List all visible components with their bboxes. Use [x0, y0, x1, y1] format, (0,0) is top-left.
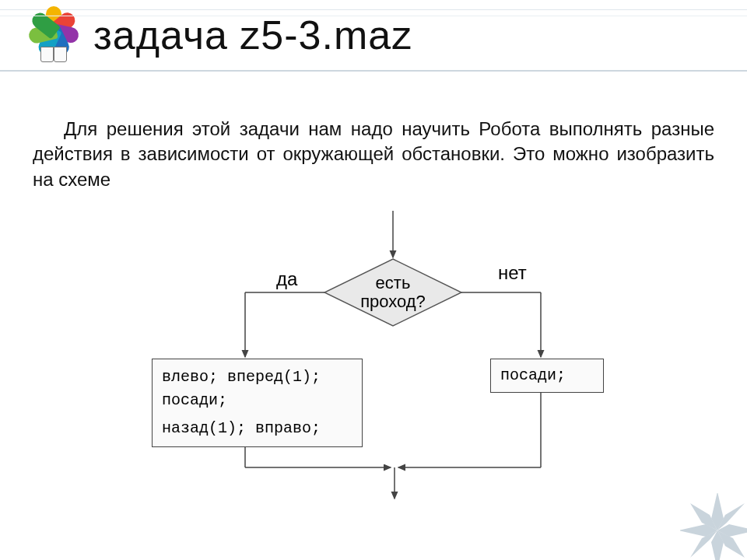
corner-ornament-icon	[680, 493, 747, 560]
intro-text: Для решения этой задачи нам надо научить…	[33, 117, 714, 192]
header: задача z5-3.maz	[0, 0, 747, 72]
action-box-left: влево; вперед(1); посади; назад(1); впра…	[152, 359, 363, 447]
edge-label-no: нет	[498, 262, 527, 284]
left-line2: посади;	[162, 389, 352, 412]
condition-line2: проход?	[360, 292, 426, 311]
decision-node: есть проход?	[323, 257, 463, 327]
left-line3: назад(1); вправо;	[162, 417, 352, 440]
edge-label-yes: да	[276, 268, 297, 290]
right-line: посади;	[500, 366, 566, 384]
flowchart: есть проход? да нет влево; вперед(1); по…	[78, 211, 669, 506]
hands-logo	[19, 0, 89, 70]
left-line1: влево; вперед(1);	[162, 366, 352, 389]
action-box-right: посади;	[490, 359, 604, 393]
content: Для решения этой задачи нам надо научить…	[0, 72, 747, 506]
page-title: задача z5-3.maz	[93, 12, 412, 58]
condition-line1: есть	[376, 273, 411, 292]
intro-paragraph: Для решения этой задачи нам надо научить…	[33, 117, 714, 192]
